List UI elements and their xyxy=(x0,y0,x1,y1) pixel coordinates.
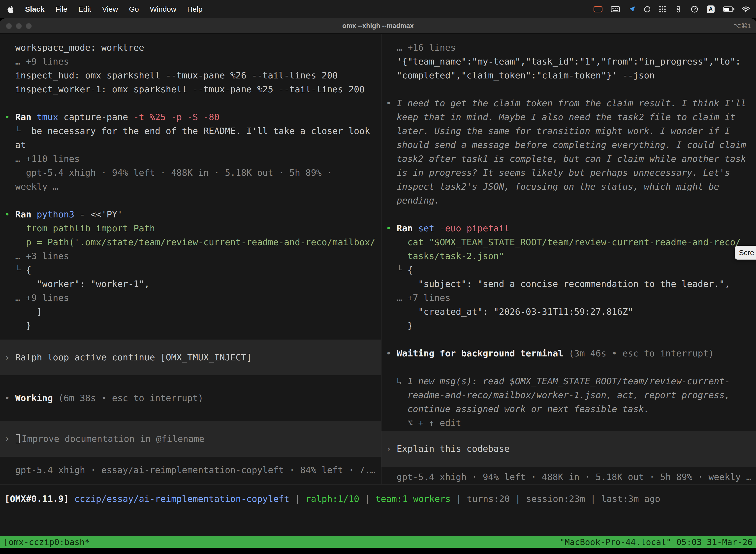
text-segment: pending. xyxy=(386,195,440,206)
menu-app-name[interactable]: Slack xyxy=(25,5,44,13)
text-segment: Ran xyxy=(15,112,37,122)
text-segment: I need to get the claim token from the c… xyxy=(397,98,746,108)
text-segment: 1 new msg(s): read $OMX_TEAM_STATE_ROOT/… xyxy=(407,376,730,386)
composer-input[interactable]: › Improve documentation in @filename xyxy=(0,421,381,457)
terminal-line: └ { xyxy=(381,263,756,277)
terminal-line: "created_at": "2026-03-31T11:59:27.816Z" xyxy=(381,305,756,319)
terminal-line: '{"team_name":"my-team","task_id":"1","f… xyxy=(381,55,756,68)
wifi-icon[interactable] xyxy=(742,6,750,13)
composer-suggestion[interactable]: › Explain this codebase xyxy=(381,431,756,466)
text-segment: is in progress? It seems likely but perh… xyxy=(386,168,730,178)
text-segment: python3 xyxy=(37,209,80,219)
text-segment: Improve documentation in @filename xyxy=(21,434,204,444)
terminal-line: inspect task2's JSON, focusing on the st… xyxy=(381,180,756,193)
circle-glyph xyxy=(644,6,650,12)
window-title-bar[interactable]: omx --xhigh --madmax ⌥⌘1 xyxy=(0,18,756,34)
queued-message[interactable]: › Ralph loop active continue [OMX_TMUX_I… xyxy=(0,340,381,375)
terminal-line: … +7 lines xyxy=(381,291,756,305)
omx-hud: [OMX#0.11.9] cczip/essay/ai-reimplementa… xyxy=(0,484,756,536)
terminal-line: from pathlib import Path xyxy=(0,221,381,235)
text-segment: … +9 lines xyxy=(4,56,69,66)
loop-icon[interactable] xyxy=(675,5,682,13)
dots-grid-icon[interactable] xyxy=(659,5,666,13)
terminal-line: … +9 lines xyxy=(0,55,381,68)
battery-icon[interactable] xyxy=(723,6,733,12)
blank-line xyxy=(381,361,756,374)
text-segment: set xyxy=(418,223,440,233)
menu-file[interactable]: File xyxy=(55,5,67,13)
text-segment: last:3m ago xyxy=(601,494,660,504)
text-segment: "worker": "worker-1", xyxy=(4,279,149,289)
screen-recording-icon[interactable] xyxy=(593,6,603,12)
text-segment: • xyxy=(386,348,397,358)
text-segment: cat "$OMX_TEAM_STATE_ROOT/team/review-cu… xyxy=(386,237,741,247)
text-segment: (6m 38s • esc to interrupt) xyxy=(58,393,203,403)
text-cursor xyxy=(16,434,20,443)
text-segment: { xyxy=(26,265,32,275)
text-segment: "completed","claim_token":"claim-token"}… xyxy=(386,70,655,80)
text-segment: (3m 46s • esc to interrupt) xyxy=(569,348,714,358)
left-terminal-pane[interactable]: workspace_mode: worktree … +9 lines insp… xyxy=(0,34,381,484)
menu-bar-status-area: A xyxy=(593,5,750,13)
terminal-line: └ { xyxy=(0,263,381,277)
pane-footer-status: gpt-5.4 xhigh · 94% left · 488K in · 5.1… xyxy=(381,470,756,484)
menu-items: FileEditViewGoWindowHelp xyxy=(55,5,202,13)
text-segment: gpt-5.4 xhigh · essay/ai-reimplementatio… xyxy=(4,465,376,475)
text-segment: tasks/task-2.json" xyxy=(386,251,504,261)
text-segment: • xyxy=(4,209,15,219)
menu-go[interactable]: Go xyxy=(129,5,139,13)
terminal-line: task2 after task1 is complete, but can I… xyxy=(381,152,756,166)
text-segment: { xyxy=(407,265,413,275)
text-segment: - <<'PY' xyxy=(80,209,123,219)
text-segment: -t %25 -p -S -80 xyxy=(133,112,219,122)
terminal-line: "subject": "send a concise recommendatio… xyxy=(381,277,756,291)
blank-line xyxy=(381,82,756,96)
screen-capture-popup[interactable]: Scre xyxy=(735,246,756,260)
terminal-line: • I need to get the claim token from the… xyxy=(381,96,756,110)
apple-menu-icon[interactable] xyxy=(7,5,14,13)
text-segment: … +3 lines xyxy=(4,251,69,261)
text-segment: Explain this codebase xyxy=(397,444,509,454)
terminal-line: … +110 lines xyxy=(0,152,381,166)
terminal-line: tasks/task-2.json" xyxy=(381,249,756,263)
text-segment: task2 after task1 is complete, but can I… xyxy=(386,154,746,164)
text-segment: • xyxy=(4,393,15,403)
terminal-line: weekly … xyxy=(0,180,381,193)
menu-help[interactable]: Help xyxy=(187,5,203,13)
bottom-gap xyxy=(0,548,756,554)
menu-window[interactable]: Window xyxy=(150,5,176,13)
tmux-host-clock: "MacBook-Pro-44.local" 05:03 31-Mar-26 xyxy=(560,537,753,547)
text-segment: workspace_mode: worktree xyxy=(4,43,144,53)
text-segment: inspect_hud: omx sparkshell --tmux-pane … xyxy=(4,70,338,80)
right-terminal-pane[interactable]: … +16 lines '{"team_name":"my-team","tas… xyxy=(381,34,756,484)
menu-view[interactable]: View xyxy=(102,5,118,13)
text-segment: cczip/essay/ai-reimplementation-copyleft xyxy=(74,494,290,504)
desktop: Slack FileEditViewGoWindowHelp A xyxy=(0,0,756,554)
terminal-line: inspect_worker-1: omx sparkshell --tmux-… xyxy=(0,82,381,96)
terminal-line: • Ran set -euo pipefail xyxy=(381,221,756,235)
battery-level xyxy=(724,8,729,11)
window-title: omx --xhigh --madmax xyxy=(0,18,756,34)
text-segment: ⌥ + ↑ edit xyxy=(386,418,461,428)
text-segment: … +7 lines xyxy=(386,293,450,303)
text-segment: session:23m xyxy=(526,494,585,504)
text-segment: be necessary for the end of the README. … xyxy=(31,126,370,136)
terminal-app-icon[interactable] xyxy=(644,6,650,12)
text-segment: should send a message before completing … xyxy=(386,140,746,150)
keyboard-icon[interactable] xyxy=(611,6,620,12)
input-source-icon[interactable]: A xyxy=(707,5,714,13)
terminal-line: "completed","claim_token":"claim-token"}… xyxy=(381,68,756,82)
text-segment: | xyxy=(451,494,467,504)
menu-edit[interactable]: Edit xyxy=(78,5,91,13)
terminal-line: … +9 lines xyxy=(0,291,381,305)
text-segment: weekly … xyxy=(4,181,58,191)
tmux-status-bar: [omx-cczip0:bash* "MacBook-Pro-44.local"… xyxy=(0,536,756,548)
paper-plane-icon[interactable] xyxy=(628,5,636,13)
menu-bar: Slack FileEditViewGoWindowHelp A xyxy=(0,0,756,18)
terminal-line: └ be necessary for the end of the README… xyxy=(0,124,381,138)
text-segment: } xyxy=(4,321,31,331)
gauge-icon[interactable] xyxy=(691,5,698,13)
text-segment: Waiting for background terminal xyxy=(397,348,569,358)
text-segment: } xyxy=(386,321,413,331)
text-segment: from pathlib import Path xyxy=(4,223,155,233)
